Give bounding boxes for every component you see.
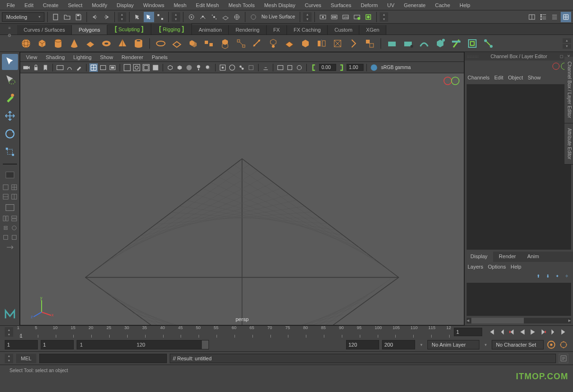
select-camera-icon[interactable]: [22, 63, 31, 72]
poly-plane-icon[interactable]: [83, 36, 97, 51]
grid-icon[interactable]: [89, 63, 98, 72]
dyn-layout-icon[interactable]: [10, 234, 18, 241]
menu-generate[interactable]: Generate: [399, 0, 430, 10]
detach-icon[interactable]: [363, 36, 377, 51]
menu-display[interactable]: Display: [112, 0, 139, 10]
gate-mask-icon[interactable]: [123, 63, 131, 72]
last-tool-icon[interactable]: [2, 168, 18, 182]
snap-grid-icon[interactable]: [186, 12, 197, 22]
layout-four-icon[interactable]: [10, 183, 18, 191]
motion-blur-icon[interactable]: [286, 63, 294, 72]
cmd-up-icon[interactable]: ▲: [5, 354, 13, 358]
tab-up-icon[interactable]: ▲: [172, 12, 180, 17]
menu-deform[interactable]: Deform: [356, 0, 382, 10]
channel-show-menu[interactable]: Show: [528, 75, 541, 80]
color-mgmt-icon[interactable]: [370, 63, 378, 72]
layer-tab-render[interactable]: Render: [493, 252, 521, 262]
menu-windows[interactable]: Windows: [139, 0, 169, 10]
range-handle[interactable]: [202, 340, 208, 349]
bridge-icon[interactable]: [234, 36, 248, 51]
step-forward-icon[interactable]: [539, 328, 547, 336]
hypershade-icon[interactable]: [363, 12, 373, 22]
make-live-icon[interactable]: [248, 12, 259, 22]
script-layout-icon[interactable]: [2, 234, 9, 241]
dock-icon[interactable]: ◻: [558, 53, 564, 60]
save-layout-icon[interactable]: [2, 243, 18, 252]
safe-title-icon[interactable]: [151, 63, 160, 72]
menu-uv[interactable]: UV: [382, 0, 399, 10]
menu-cache[interactable]: Cache: [430, 0, 455, 10]
shelf-tab-rendering[interactable]: Rendering: [229, 25, 267, 35]
shelf-tab-curves[interactable]: Curves / Surfaces: [17, 25, 72, 35]
poly-type-icon[interactable]: [170, 36, 184, 51]
anim-layer-menu-icon[interactable]: ▾: [482, 341, 489, 348]
layout-two-h-icon[interactable]: [2, 193, 9, 200]
insert-edge-loop-icon[interactable]: [449, 36, 463, 51]
colorspace-label[interactable]: sRGB gamma: [379, 65, 413, 70]
new-layer-icon[interactable]: ✦: [554, 273, 561, 279]
near-clip-input[interactable]: [319, 64, 336, 71]
open-scene-icon[interactable]: [62, 12, 72, 22]
move-tool-icon[interactable]: [2, 108, 18, 124]
clip-far-bracket-icon[interactable]: [337, 63, 346, 72]
isolate-icon[interactable]: [218, 63, 227, 72]
snap-point-icon[interactable]: [209, 12, 219, 22]
poly-cone-icon[interactable]: [67, 36, 81, 51]
prefs-icon[interactable]: [559, 340, 568, 349]
shelf-tab-polygons[interactable]: Polygons: [72, 25, 107, 35]
outliner-toggle-icon[interactable]: [2, 202, 18, 213]
ipr-render-icon[interactable]: IPR: [340, 12, 351, 22]
menu-modify[interactable]: Modify: [87, 0, 112, 10]
uv-layout-icon[interactable]: [10, 224, 18, 232]
cmd-down-icon[interactable]: ▼: [5, 358, 13, 363]
side-tab-attribute-editor[interactable]: Attribute Editor: [564, 123, 573, 165]
command-input[interactable]: [39, 354, 167, 363]
layer-help-menu[interactable]: Help: [511, 264, 521, 270]
render-sequence-icon[interactable]: [329, 12, 339, 22]
shelf-gear-icon[interactable]: ⚙: [6, 32, 13, 39]
poly-sphere-icon[interactable]: [19, 36, 33, 51]
snap-live-icon[interactable]: [232, 12, 242, 22]
persp-graph-icon[interactable]: [10, 215, 18, 222]
multi-cut-icon[interactable]: [250, 36, 264, 51]
poke-icon[interactable]: [330, 36, 345, 51]
save-scene-icon[interactable]: [73, 12, 84, 22]
separate-icon[interactable]: [202, 36, 216, 51]
modeling-toolkit-icon[interactable]: [561, 12, 571, 22]
playback-end-input[interactable]: [346, 340, 379, 349]
extrude-icon[interactable]: [218, 36, 232, 51]
menu-edit[interactable]: Edit: [20, 0, 38, 10]
use-lights-icon[interactable]: [194, 63, 203, 72]
select-by-hierarchy-icon[interactable]: [144, 12, 154, 22]
panel-menu-renderer[interactable]: Renderer: [118, 53, 147, 61]
smooth-icon[interactable]: [282, 36, 296, 51]
xray-joints-icon[interactable]: [237, 63, 246, 72]
sculpt-icon[interactable]: [385, 36, 399, 51]
snap-curve-icon[interactable]: [198, 12, 208, 22]
timeline-up-icon[interactable]: ▲: [5, 327, 13, 332]
crease-icon[interactable]: [417, 36, 431, 51]
poly-platonic-icon[interactable]: [154, 36, 168, 51]
layer-options-menu[interactable]: Options: [488, 264, 506, 270]
menu-edit-mesh[interactable]: Edit Mesh: [191, 0, 224, 10]
bevel-icon[interactable]: [298, 36, 313, 51]
shelf-tab-rigging[interactable]: [ Rigging ]: [151, 23, 192, 35]
snap-plane-icon[interactable]: [220, 12, 231, 22]
select-by-object-icon[interactable]: [132, 12, 143, 22]
tab-up-icon[interactable]: ▲: [303, 12, 312, 17]
textured-icon[interactable]: [185, 63, 193, 72]
rotate-tool-icon[interactable]: [2, 126, 18, 142]
workspace-dropdown[interactable]: Modeling: [2, 12, 44, 22]
render-frame-icon[interactable]: [318, 12, 328, 22]
shelf-tab-custom[interactable]: Custom: [328, 25, 359, 35]
2d-pan-icon[interactable]: [65, 63, 74, 72]
panel-menu-lighting[interactable]: Lighting: [69, 53, 96, 61]
safe-action-icon[interactable]: [142, 63, 150, 72]
timeline-down-icon[interactable]: ▼: [5, 332, 13, 337]
scale-tool-icon[interactable]: [2, 144, 18, 160]
multisample-icon[interactable]: [295, 63, 304, 72]
layout-single-icon[interactable]: [2, 183, 9, 191]
poly-pyramid-icon[interactable]: [115, 36, 130, 51]
new-scene-icon[interactable]: [51, 12, 61, 22]
layers-menu[interactable]: Layers: [468, 264, 483, 270]
